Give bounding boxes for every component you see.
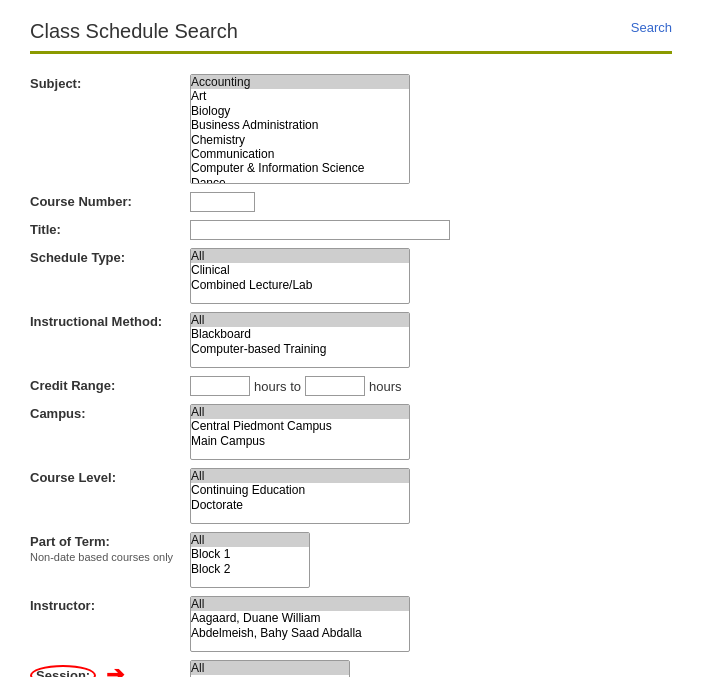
session-row: Session: ➔ AllCatawba OnlineGraduate [30, 656, 672, 677]
campus-select[interactable]: AllCentral Piedmont CampusMain Campus [190, 404, 410, 460]
credit-max-input[interactable] [305, 376, 365, 396]
instructor-select[interactable]: AllAagaard, Duane WilliamAbdelmeish, Bah… [190, 596, 410, 652]
instructor-label: Instructor: [30, 592, 190, 656]
credit-min-input[interactable] [190, 376, 250, 396]
part-of-term-note: Non-date based courses only [30, 551, 173, 563]
course-level-select[interactable]: AllContinuing EducationDoctorate [190, 468, 410, 524]
instructor-row: Instructor: AllAagaard, Duane WilliamAbd… [30, 592, 672, 656]
hours-to-text: hours to [254, 379, 301, 394]
instructional-method-select[interactable]: AllBlackboardComputer-based Training [190, 312, 410, 368]
course-number-row: Course Number: [30, 188, 672, 216]
course-level-row: Course Level: AllContinuing EducationDoc… [30, 464, 672, 528]
instructional-method-label: Instructional Method: [30, 308, 190, 372]
title-row: Title: [30, 216, 672, 244]
search-link[interactable]: Search [631, 20, 672, 35]
title-label: Title: [30, 216, 190, 244]
part-of-term-select[interactable]: AllBlock 1Block 2 [190, 532, 310, 588]
part-of-term-label: Part of Term: Non-date based courses onl… [30, 528, 190, 592]
subject-row: Subject: AccountingArtBiologyBusiness Ad… [30, 70, 672, 188]
campus-row: Campus: AllCentral Piedmont CampusMain C… [30, 400, 672, 464]
schedule-type-label: Schedule Type: [30, 244, 190, 308]
course-number-input[interactable] [190, 192, 255, 212]
session-label: Session: [30, 665, 96, 678]
part-of-term-row: Part of Term: Non-date based courses onl… [30, 528, 672, 592]
page-title: Class Schedule Search [30, 20, 238, 43]
schedule-type-row: Schedule Type: AllClinicalCombined Lectu… [30, 244, 672, 308]
campus-label: Campus: [30, 400, 190, 464]
session-arrow-icon: ➔ [106, 662, 124, 677]
schedule-type-select[interactable]: AllClinicalCombined Lecture/Lab [190, 248, 410, 304]
subject-label: Subject: [30, 70, 190, 188]
instructional-method-row: Instructional Method: AllBlackboardCompu… [30, 308, 672, 372]
session-label-cell: Session: ➔ [30, 656, 190, 677]
session-select[interactable]: AllCatawba OnlineGraduate [190, 660, 350, 677]
credit-range-label: Credit Range: [30, 372, 190, 400]
hours-text: hours [369, 379, 402, 394]
course-level-label: Course Level: [30, 464, 190, 528]
course-number-label: Course Number: [30, 188, 190, 216]
credit-range-row: Credit Range: hours to hours [30, 372, 672, 400]
title-input[interactable] [190, 220, 450, 240]
subject-select[interactable]: AccountingArtBiologyBusiness Administrat… [190, 74, 410, 184]
